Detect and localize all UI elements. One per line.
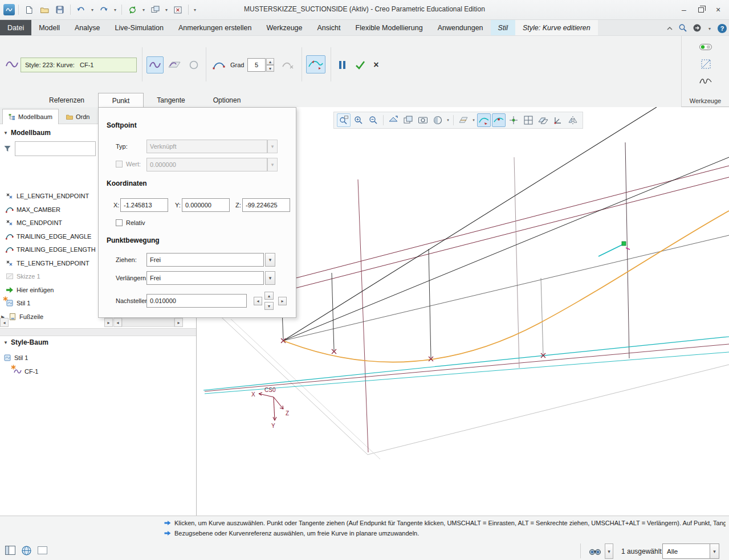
pause-button[interactable]	[335, 58, 349, 72]
wert-dropdown-button[interactable]: ▾	[267, 158, 278, 171]
search-dropdown-button[interactable]: ▾	[605, 543, 613, 559]
web-browser-button[interactable]	[19, 543, 33, 557]
tab-stil[interactable]: Stil	[491, 20, 515, 35]
tree-filter-input[interactable]	[15, 141, 96, 156]
tab-live-simulation[interactable]: Live-Simulation	[108, 20, 171, 35]
csys-display-button[interactable]	[551, 113, 565, 127]
pane-splitter[interactable]	[0, 328, 197, 336]
scroll-left-button[interactable]: ◂	[113, 318, 122, 327]
cf1-curve[interactable]	[283, 211, 729, 362]
verlaengern-field[interactable]: Frei	[146, 271, 264, 285]
subtab-punkt[interactable]: Punkt	[98, 93, 144, 108]
grad-spinner-value[interactable]: 5	[247, 58, 266, 72]
scrollbar-track[interactable]	[122, 318, 174, 327]
tab-flexible-modellierung[interactable]: Flexible Modellierung	[348, 20, 430, 35]
display-style-dropdown[interactable]: ▾	[446, 118, 450, 122]
z-input[interactable]: -99.224625	[242, 198, 290, 212]
windows-button[interactable]	[148, 3, 162, 17]
ziehen-dropdown-button[interactable]: ▾	[265, 253, 275, 267]
repaint-button[interactable]	[401, 113, 415, 127]
restore-button[interactable]	[693, 2, 710, 17]
tree-item[interactable]: Stil 1	[6, 297, 30, 309]
style-tree-item[interactable]: CF-1	[14, 366, 38, 377]
refit-button[interactable]	[386, 113, 400, 127]
windows-dropdown[interactable]: ▾	[164, 3, 169, 17]
edit-curve-tool-button[interactable]	[306, 55, 325, 73]
typ-dropdown-button[interactable]: ▾	[267, 140, 278, 153]
tab-style-kurve-editieren[interactable]: Style: Kurve editieren	[515, 20, 598, 35]
curve-tool-button[interactable]	[146, 56, 164, 73]
snap-curve-button[interactable]	[477, 113, 491, 127]
navigator-toggle-button[interactable]	[3, 543, 17, 557]
selected-point[interactable]	[598, 242, 630, 256]
grad-spin-up-button[interactable]: ▴	[266, 58, 274, 65]
tree-item[interactable]: TRAILING_EDGE_LENGTH	[6, 244, 96, 255]
curve-on-surface-button[interactable]	[166, 56, 183, 73]
tab-ansicht[interactable]: Ansicht	[310, 20, 348, 35]
wert-checkbox[interactable]	[116, 161, 123, 167]
csys-triad[interactable]: CS0 X Z Y	[251, 387, 289, 429]
verlaengern-dropdown-button[interactable]: ▾	[265, 271, 275, 285]
help-button[interactable]: ?	[718, 24, 727, 33]
selection-filter-combo[interactable]: Alle ▾	[662, 543, 719, 559]
tree-item[interactable]: TRAILING_EDGE_ANGLE	[6, 231, 91, 242]
collapse-ribbon-button[interactable]	[666, 24, 673, 32]
stylebaum-header[interactable]: ▼ Style-Baum	[3, 338, 48, 346]
tab-modellbaum[interactable]: Modellbaum	[2, 109, 59, 124]
tab-datei[interactable]: Datei	[0, 20, 31, 35]
tab-analyse[interactable]: Analyse	[67, 20, 107, 35]
toggle-tool-icon[interactable]	[699, 40, 712, 53]
zoom-window-button[interactable]	[337, 113, 351, 127]
nudge-left-button[interactable]: ◂	[254, 297, 262, 305]
scroll-left-button[interactable]: ◂	[0, 318, 9, 327]
datum-display-dropdown[interactable]: ▾	[471, 118, 476, 122]
cancel-button[interactable]: ×	[369, 58, 383, 72]
grid-display-button[interactable]	[522, 113, 535, 127]
snap-point-button[interactable]	[492, 113, 506, 127]
tree-item[interactable]: TE_LENGTH_ENDPOINT	[6, 257, 89, 269]
tree-item[interactable]: Hier einfügen	[6, 284, 54, 296]
new-file-button[interactable]	[22, 3, 36, 17]
filter-icon[interactable]	[3, 145, 11, 153]
tab-werkzeuge[interactable]: Werkzeuge	[259, 20, 310, 35]
nudge-down-button[interactable]: ▾	[264, 302, 274, 310]
nudge-up-button[interactable]: ▴	[264, 292, 274, 300]
subtab-referenzen[interactable]: Referenzen	[40, 93, 93, 108]
session-status-icon[interactable]	[693, 23, 702, 34]
close-button[interactable]: ×	[710, 2, 727, 17]
degree-curve-button[interactable]	[210, 56, 227, 73]
regenerate-button[interactable]	[125, 3, 139, 17]
tab-anwendungen[interactable]: Anwendungen	[430, 20, 491, 35]
redo-button[interactable]	[97, 3, 111, 17]
selection-filter-dropdown[interactable]: ▾	[710, 543, 719, 559]
undo-dropdown[interactable]: ▾	[89, 3, 95, 17]
style-tree-item[interactable]: Stil 1	[3, 352, 28, 363]
session-dropdown[interactable]: ▾	[707, 22, 712, 35]
search-model-button[interactable]	[586, 543, 604, 559]
search-button[interactable]	[678, 23, 687, 34]
tab-anmerkungen[interactable]: Anmerkungen erstellen	[171, 20, 259, 35]
y-input[interactable]: 0.000000	[182, 198, 230, 212]
curve-point-markers[interactable]	[281, 338, 545, 361]
subtab-tangente[interactable]: Tangente	[146, 93, 196, 108]
modellbaum-header[interactable]: ▼ Modellbaum	[3, 129, 51, 137]
spin-center-button[interactable]	[507, 113, 520, 127]
relativ-checkbox[interactable]	[116, 219, 123, 226]
signature-tool-icon[interactable]	[699, 75, 712, 87]
nachstellen-input[interactable]: 0.010000	[146, 294, 247, 308]
minimize-button[interactable]: –	[675, 2, 693, 17]
display-style-button[interactable]	[431, 113, 445, 127]
nudge-right-button[interactable]: ▸	[278, 297, 287, 305]
save-button[interactable]	[53, 3, 67, 17]
tree-item[interactable]: LE_LENGTH_ENDPOINT	[6, 190, 89, 202]
x-input[interactable]: -1.245813	[120, 198, 168, 212]
ziehen-field[interactable]: Frei	[146, 253, 264, 267]
zoom-in-button[interactable]	[352, 113, 365, 127]
tree-item[interactable]: MAX_CAMBER	[6, 204, 60, 215]
undo-button[interactable]	[74, 3, 88, 17]
tab-ordner[interactable]: Ordn	[60, 109, 95, 124]
datum-display-button[interactable]	[457, 113, 470, 127]
confirm-button[interactable]	[352, 57, 368, 73]
tab-modell[interactable]: Modell	[31, 20, 67, 35]
scroll-right-button[interactable]: ▸	[174, 318, 183, 327]
